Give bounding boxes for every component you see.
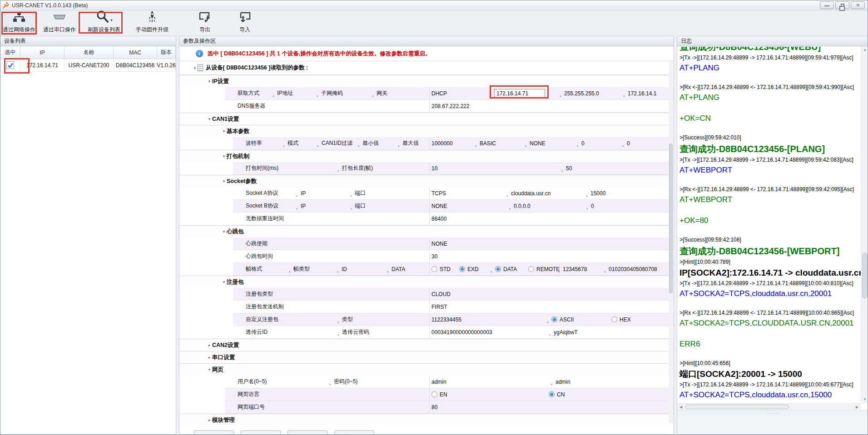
params-scrollbar-thumb[interactable] bbox=[669, 143, 673, 293]
tree-section-row[interactable]: ▾Socket参数 bbox=[179, 175, 674, 187]
bottom-action-button[interactable] bbox=[334, 430, 374, 435]
param-value[interactable]: 86400 bbox=[432, 216, 446, 222]
param-value[interactable]: 0 bbox=[591, 203, 594, 209]
param-value[interactable]: ygAiqbwT bbox=[554, 329, 578, 336]
param-value[interactable]: 12345678 bbox=[563, 266, 603, 272]
expand-arrow-icon[interactable]: ▾ bbox=[221, 280, 227, 284]
radio-selected-icon[interactable] bbox=[459, 266, 465, 272]
param-value[interactable]: 15000 bbox=[590, 190, 605, 197]
expand-arrow-icon[interactable]: ▾ bbox=[221, 154, 227, 158]
log-horizontal-scrollbar[interactable]: ◀ ▶ bbox=[677, 403, 861, 410]
param-value[interactable]: TCPS bbox=[432, 190, 506, 197]
scroll-left-arrow-icon[interactable]: ◀ bbox=[677, 404, 684, 410]
radio-selected-icon[interactable] bbox=[551, 316, 557, 322]
tree-section-row[interactable]: ▾CAN1设置 bbox=[179, 113, 674, 125]
param-value[interactable]: 0102030405060708 bbox=[609, 266, 657, 272]
param-value[interactable]: admin bbox=[556, 379, 570, 385]
param-value[interactable]: NONE bbox=[530, 140, 576, 147]
param-value[interactable]: 0 bbox=[581, 140, 621, 147]
log-vertical-scrollbar[interactable]: ▲ ▼ bbox=[861, 46, 868, 403]
tree-section-row[interactable]: ▾IP设置 bbox=[179, 75, 674, 87]
tree-section-row[interactable]: ▸模块管理 bbox=[179, 414, 674, 426]
param-value[interactable]: 172.16.14.1 bbox=[628, 90, 656, 97]
minimize-button[interactable] bbox=[820, 1, 834, 9]
bottom-action-button[interactable] bbox=[194, 430, 234, 435]
param-value[interactable]: NONE bbox=[432, 241, 447, 247]
bottom-action-button[interactable] bbox=[241, 430, 281, 435]
collapse-arrow-icon[interactable]: ▸ bbox=[207, 418, 212, 422]
params-scrollbar[interactable] bbox=[669, 62, 673, 423]
log-text-area[interactable]: 查询成功-D8B04C123456-[WEBU]>[Tx ->][172.16.… bbox=[677, 46, 861, 403]
param-value[interactable]: 0 bbox=[627, 140, 630, 147]
tree-section-row[interactable]: ▾打包机制 bbox=[179, 150, 674, 162]
restore-button[interactable] bbox=[835, 1, 849, 9]
expand-arrow-icon[interactable]: ▾ bbox=[221, 229, 227, 234]
expand-arrow-icon[interactable]: ▾ bbox=[207, 79, 212, 84]
tree-section-row[interactable]: ▾网页 bbox=[179, 363, 674, 376]
expand-arrow-icon[interactable]: ▾ bbox=[207, 367, 212, 372]
param-value[interactable]: CLOUD bbox=[432, 291, 451, 297]
param-value[interactable]: 80 bbox=[432, 404, 437, 410]
param-value[interactable]: 00034190000000000003 bbox=[432, 329, 548, 336]
device-row-checkbox[interactable] bbox=[6, 61, 14, 69]
log-vscroll-thumb[interactable] bbox=[862, 253, 868, 298]
radio-option-hex[interactable]: HEX bbox=[611, 316, 631, 323]
expand-arrow-icon[interactable]: ▾ bbox=[207, 117, 212, 121]
log-splitter-grip[interactable]: ....... bbox=[677, 410, 868, 415]
tree-section-row[interactable]: ▸CAN2设置 bbox=[179, 339, 674, 351]
scroll-right-arrow-icon[interactable]: ▶ bbox=[853, 404, 861, 410]
param-value[interactable]: 1000000 bbox=[432, 140, 474, 147]
radio-unselected-icon[interactable] bbox=[528, 266, 534, 272]
expand-arrow-icon[interactable]: ▾ bbox=[221, 179, 227, 183]
expand-arrow-icon[interactable]: ▾ bbox=[192, 66, 198, 70]
device-column-header[interactable]: MAC bbox=[114, 46, 157, 59]
radio-unselected-icon[interactable] bbox=[432, 266, 437, 272]
radio-option-std[interactable]: STD bbox=[432, 266, 459, 272]
tree-section-row[interactable]: ▸串口设置 bbox=[179, 351, 674, 363]
radio-option-data[interactable]: DATA bbox=[495, 266, 528, 272]
param-value[interactable]: admin bbox=[432, 379, 550, 385]
scroll-down-arrow-icon[interactable]: ▼ bbox=[861, 396, 868, 403]
toolbar-serial-operate-button[interactable]: 通过串口操作 bbox=[40, 11, 79, 35]
toolbar-firmware-upgrade-button[interactable]: 手动固件升级 bbox=[130, 11, 174, 35]
device-column-header[interactable]: 名称 bbox=[64, 46, 114, 59]
param-value[interactable]: 208.67.222.222 bbox=[432, 103, 469, 109]
radio-unselected-icon[interactable] bbox=[432, 391, 437, 397]
device-column-header[interactable]: 版本 bbox=[157, 46, 176, 59]
collapse-arrow-icon[interactable]: ▸ bbox=[207, 343, 212, 347]
toolbar-refresh-device-list-button[interactable]: ▾ 刷新设备列表 bbox=[82, 11, 126, 35]
param-value[interactable]: NONE bbox=[432, 203, 508, 209]
tree-section-row[interactable]: ▾心跳包 bbox=[179, 225, 674, 237]
expand-arrow-icon[interactable]: ▾ bbox=[221, 129, 227, 133]
param-value[interactable]: DHCP bbox=[432, 90, 489, 97]
toolbar-network-operate-button[interactable]: 通过网络操作 bbox=[1, 11, 37, 35]
log-hscroll-thumb[interactable] bbox=[685, 405, 789, 409]
scroll-up-arrow-icon[interactable]: ▲ bbox=[861, 46, 868, 54]
param-value-focused[interactable]: 172.16.14.71 bbox=[494, 89, 545, 98]
radio-option-ascii[interactable]: ASCII bbox=[551, 316, 611, 323]
params-tree[interactable]: ▾从设备[ D8B04C123456 ]读取到的参数 :▾IP设置获取方式,IP… bbox=[179, 61, 674, 434]
param-value[interactable]: 0.0.0.0 bbox=[514, 203, 585, 209]
radio-option-en[interactable]: EN bbox=[432, 391, 549, 398]
radio-selected-icon[interactable] bbox=[549, 391, 555, 397]
refresh-dropdown-arrow-icon[interactable]: ▾ bbox=[110, 18, 112, 22]
param-value[interactable]: 1122334455 bbox=[432, 316, 546, 323]
tree-section-row[interactable]: ▾基本参数 bbox=[179, 125, 674, 137]
bottom-action-button[interactable] bbox=[288, 430, 327, 435]
tree-section-row[interactable]: ▾注册包 bbox=[179, 276, 674, 288]
param-value[interactable]: 50 bbox=[566, 165, 572, 172]
param-value[interactable]: 30 bbox=[432, 253, 437, 260]
device-column-header[interactable]: 选中 bbox=[0, 46, 20, 59]
radio-selected-icon[interactable] bbox=[495, 266, 501, 272]
tree-root-row[interactable]: ▾从设备[ D8B04C123456 ]读取到的参数 : bbox=[179, 61, 674, 75]
collapse-arrow-icon[interactable]: ▸ bbox=[207, 355, 212, 360]
toolbar-export-button[interactable]: 导出 bbox=[190, 11, 219, 35]
toolbar-import-button[interactable]: 导入 bbox=[230, 11, 259, 35]
param-value[interactable]: clouddata.usr.cn bbox=[511, 190, 585, 197]
param-value[interactable]: 10 bbox=[432, 165, 560, 172]
param-value[interactable]: BASIC bbox=[480, 140, 524, 147]
radio-option-exd[interactable]: EXD bbox=[459, 266, 490, 272]
param-value[interactable]: FIRST bbox=[432, 304, 447, 310]
param-value[interactable]: 255.255.255.0 bbox=[564, 90, 622, 97]
device-column-header[interactable]: IP bbox=[20, 46, 64, 59]
